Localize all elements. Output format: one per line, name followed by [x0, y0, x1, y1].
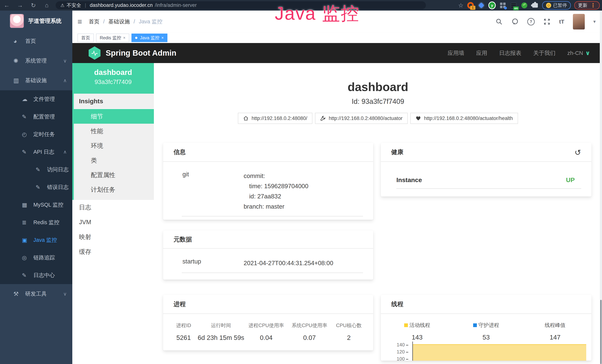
tab-label: Redis 监控 [100, 35, 121, 41]
sba-menu-config-props[interactable]: 配置属性 [74, 168, 154, 182]
extension-list-icon[interactable]: on [510, 2, 517, 9]
peak-threads-value: 147 [521, 334, 590, 341]
sidebar-item-home[interactable]: ◕ 首页 [0, 31, 72, 51]
sba-menu-metrics[interactable]: 性能 [74, 124, 154, 138]
sidebar-item-log-center[interactable]: ✎ 日志中心 [0, 267, 72, 284]
back-icon[interactable]: ← [0, 2, 13, 9]
url-path: /infra/admin-server [155, 2, 197, 8]
url-bar[interactable]: ⚠ 不安全 | dashboard.yudao.iocoder.cn /infr… [56, 1, 426, 9]
bookmark-star-icon[interactable]: ☆ [458, 2, 463, 9]
sidebar-item-system-mgmt[interactable]: ✺ 系统管理 ∨ [0, 51, 72, 71]
extension-grid-icon[interactable] [499, 2, 506, 9]
sidebar-item-java-monitor[interactable]: ▣ Java 监控 [0, 231, 72, 249]
extensions-puzzle-icon[interactable] [531, 2, 539, 9]
close-icon[interactable]: × [123, 35, 126, 40]
sidebar-item-file-mgmt[interactable]: ☁ 文件管理 [0, 90, 72, 108]
breadcrumb-home[interactable]: 首页 [89, 18, 100, 25]
sba-navbar: Spring Boot Admin 应用墙 应用 日志报表 关于我们 zh-CN… [72, 43, 602, 63]
history-icon[interactable]: ↺ [575, 148, 581, 157]
page-scrollbar[interactable] [600, 11, 602, 364]
metadata-key: startup [178, 258, 244, 268]
sba-menu-classes[interactable]: 类 [74, 153, 154, 168]
reload-icon[interactable]: ↻ [27, 2, 40, 9]
font-size-icon[interactable]: tT [559, 19, 564, 25]
clock-icon: ◴ [22, 131, 33, 138]
paused-pill[interactable]: ☺ 已暂停 [542, 1, 571, 10]
actuator-url-link[interactable]: http://192.168.0.2:48080/actuator [315, 113, 408, 124]
sidebar-item-access-logs[interactable]: ✎ 访问日志 [0, 161, 72, 178]
sba-nav-wallboard[interactable]: 应用墙 [448, 49, 464, 57]
browser-menu-icon[interactable]: ⋮ [590, 2, 596, 9]
health-card: 健康 ↺ Instance UP [381, 143, 591, 197]
sidebar-item-error-logs[interactable]: ✎ 错误日志 [0, 178, 72, 196]
service-url-link[interactable]: http://192.168.0.2:48080/ [238, 113, 312, 124]
sba-brand[interactable]: Spring Boot Admin [106, 49, 176, 57]
sba-instance-header[interactable]: dashboard 93a3fc7f7409 [72, 63, 154, 94]
process-pid: 5261 [170, 334, 197, 341]
sidebar-item-scheduled-tasks[interactable]: ◴ 定时任务 [0, 126, 72, 143]
forward-icon[interactable]: → [13, 2, 27, 9]
extension-icon[interactable]: 1 [467, 2, 474, 9]
sidebar-item-infrastructure[interactable]: ▥ 基础设施 ∧ [0, 71, 72, 90]
breadcrumb-infrastructure[interactable]: 基础设施 [108, 18, 130, 25]
threads-card-title: 线程 [381, 295, 591, 314]
fullscreen-icon[interactable] [543, 18, 551, 25]
legend-swatch-active [404, 323, 408, 327]
sidebar-item-api-logs[interactable]: ✎ API 日志 ∧ [0, 143, 72, 161]
home-icon[interactable]: ⌂ [40, 2, 54, 9]
active-threads-value: 143 [383, 334, 452, 341]
tab-home[interactable]: 首页 [77, 33, 94, 42]
sba-menu-environment[interactable]: 环境 [74, 138, 154, 153]
extension-gem-icon[interactable] [478, 2, 485, 9]
tab-java-monitor[interactable]: Java 监控 × [131, 33, 167, 42]
not-secure-label[interactable]: 不安全 [67, 2, 81, 9]
sidebar-item-label: 日志中心 [33, 272, 55, 279]
scrollbar-thumb[interactable] [600, 300, 602, 364]
sba-nav-about[interactable]: 关于我们 [533, 49, 556, 57]
avatar-caret-icon[interactable]: ▾ [593, 19, 596, 24]
gear-icon: ✺ [13, 57, 25, 64]
extension-leaf-icon[interactable] [521, 2, 528, 9]
info-key: git [178, 171, 244, 212]
github-icon[interactable] [511, 18, 519, 25]
git-commit-line: commit: [244, 171, 308, 181]
sba-menu-jvm[interactable]: JVM [72, 215, 154, 230]
sidebar-item-tracing[interactable]: ◎ 链路追踪 [0, 249, 72, 267]
sba-menu-logs[interactable]: 日志 [72, 200, 154, 215]
extension-y-icon[interactable]: y [488, 2, 496, 9]
process-cpu: 0.04 [245, 334, 288, 341]
sba-menu-mappings[interactable]: 映射 [72, 230, 154, 244]
collapse-sidebar-icon[interactable]: ≡ [77, 17, 82, 26]
health-url-link[interactable]: http://192.168.0.2:48080/actuator/health [410, 113, 518, 124]
sidebar-item-label: 定时任务 [33, 131, 55, 138]
sidebar-item-mysql-monitor[interactable]: ▦ MySQL 监控 [0, 196, 72, 214]
tab-label: Java 监控 [140, 35, 160, 41]
edit-icon: ✎ [22, 149, 33, 155]
app-logo-row[interactable]: 芋道管理系统 [0, 11, 72, 31]
threads-card: 线程 活动线程 143 守护进程 53 线程峰值 147 140 120 100 [381, 295, 591, 361]
sba-logo-icon[interactable] [89, 46, 100, 60]
sba-menu-details[interactable]: 细节 [72, 109, 154, 124]
avatar[interactable] [573, 14, 585, 30]
breadcrumb: 首页 / 基础设施 / Java 监控 [89, 18, 162, 25]
sba-locale-select[interactable]: zh-CN ∨ [567, 50, 590, 57]
process-col-header: 进程ID [170, 322, 197, 329]
info-value: commit: time: 1596289704000 id: 27aa832 … [244, 171, 308, 212]
daemon-threads-value: 53 [452, 334, 521, 341]
tab-redis-monitor[interactable]: Redis 监控 × [96, 33, 129, 42]
sidebar-item-redis-monitor[interactable]: ≣ Redis 监控 [0, 214, 72, 231]
sba-menu-caches[interactable]: 缓存 [72, 244, 154, 259]
search-icon[interactable] [495, 18, 503, 25]
sidebar-item-dev-tools[interactable]: ⚒ 研发工具 ∨ [0, 284, 72, 304]
update-button[interactable]: 更新 ⋮ [574, 1, 600, 10]
close-icon[interactable]: × [161, 35, 164, 40]
help-icon[interactable]: ? [527, 18, 535, 25]
process-card-title: 进程 [163, 295, 373, 314]
sba-menu-scheduled[interactable]: 计划任务 [74, 182, 154, 197]
sba-nav-applications[interactable]: 应用 [476, 49, 487, 57]
url-host[interactable]: dashboard.yudao.iocoder.cn [90, 2, 153, 8]
sidebar-item-config-mgmt[interactable]: ✎ 配置管理 [0, 108, 72, 126]
git-time-line: time: 1596289704000 [244, 181, 308, 191]
extension-badge: 1 [470, 6, 475, 10]
sba-nav-journal[interactable]: 日志报表 [499, 49, 521, 57]
